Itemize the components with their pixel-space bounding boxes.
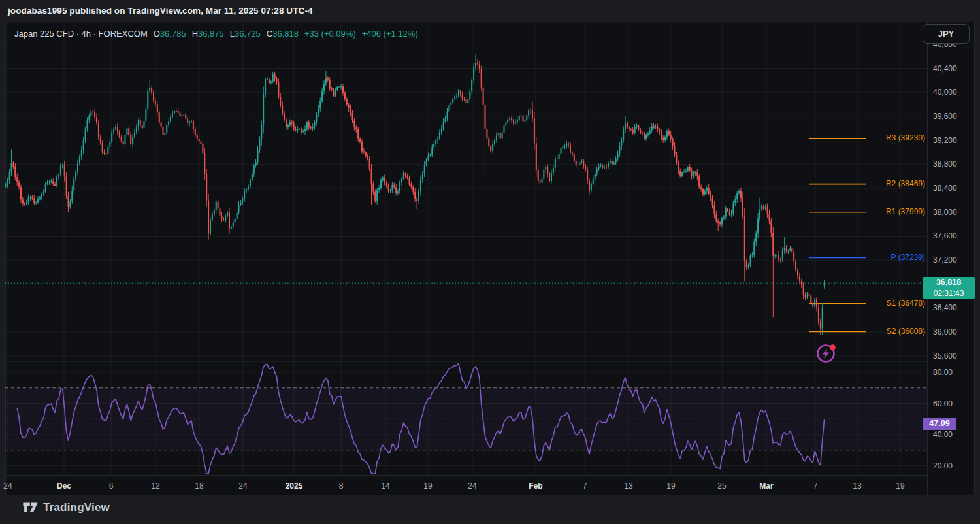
candle-body <box>41 194 42 197</box>
candle-body <box>492 144 493 152</box>
candle-body <box>353 120 355 127</box>
candle-body <box>753 242 755 255</box>
candle-body <box>183 115 184 116</box>
candle-body <box>808 294 809 295</box>
candle-body <box>409 178 410 184</box>
candle-body <box>581 161 582 162</box>
candle-body <box>52 181 54 184</box>
candle-body <box>79 157 80 163</box>
time-tick-19: 19 <box>410 482 446 491</box>
candle-body <box>443 122 444 129</box>
candle-body <box>740 191 742 198</box>
candle-body <box>608 163 609 167</box>
candle-body <box>780 259 781 260</box>
candle-body <box>336 87 338 90</box>
candle-body <box>702 189 704 195</box>
candle-body <box>713 205 715 214</box>
candle-body <box>327 78 329 80</box>
candle-body <box>410 184 412 186</box>
candle-body <box>225 216 226 220</box>
candle-body <box>551 173 552 181</box>
candle-body <box>291 122 293 123</box>
time-tick-24: 24 <box>0 482 26 491</box>
candle-body <box>255 162 257 165</box>
candle-body <box>367 156 368 159</box>
time-tick-dec: Dec <box>46 482 82 491</box>
candle-body <box>24 204 25 205</box>
candle-body <box>553 168 554 173</box>
candle-body <box>789 248 791 250</box>
candle-body <box>60 166 61 175</box>
flash-icon[interactable] <box>815 342 838 364</box>
candle-body <box>538 170 539 181</box>
candle-body <box>822 308 823 329</box>
candle-body <box>610 161 611 163</box>
candle-body <box>704 191 706 194</box>
candle-body <box>248 186 249 189</box>
candle-body <box>452 99 453 103</box>
candle-body <box>661 131 662 138</box>
candle-body <box>399 182 400 191</box>
symbol-title: Japan 225 CFD · 4h · FOREXCOM <box>14 29 148 39</box>
currency-button[interactable]: JPY <box>923 24 970 44</box>
candle-body <box>662 138 664 140</box>
candle-body <box>761 206 762 210</box>
candle-body <box>94 112 95 117</box>
candle-body <box>18 182 20 186</box>
candle-body <box>653 126 655 128</box>
candlestick-chart[interactable] <box>5 22 927 495</box>
price-axis-label: 38,400 <box>933 183 957 193</box>
candle-body <box>505 122 506 125</box>
rsi-axis-label: 60.00 <box>933 399 953 409</box>
candle-body <box>467 99 468 103</box>
candle-body <box>454 97 455 99</box>
candle-body <box>310 127 312 128</box>
candle-body <box>64 165 65 176</box>
candle-body <box>75 172 76 179</box>
candle-body <box>155 101 156 104</box>
candle-body <box>511 118 512 121</box>
candle-body <box>721 218 723 225</box>
candle-body <box>542 179 543 183</box>
symbol-legend: Japan 225 CFD · 4h · FOREXCOM O36,785 H3… <box>14 29 418 39</box>
candle-body <box>784 248 785 250</box>
candle-body <box>466 99 467 103</box>
candle-body <box>323 84 325 91</box>
candle-body <box>600 166 601 167</box>
candle-body <box>376 190 378 201</box>
time-tick-13: 13 <box>610 482 647 491</box>
footer-brand[interactable]: TradingView <box>22 500 110 514</box>
candle-body <box>666 131 668 137</box>
candle-body <box>269 79 270 83</box>
candle-body <box>797 270 798 276</box>
candle-body <box>43 192 44 195</box>
candle-body <box>134 133 135 137</box>
candle-body <box>391 185 393 190</box>
time-tick-7: 7 <box>566 482 603 491</box>
candle-body <box>302 131 304 132</box>
candle-body <box>772 233 774 255</box>
candle-body <box>596 169 598 174</box>
candle-body <box>710 194 711 199</box>
candle-body <box>47 182 48 184</box>
candle-body <box>580 162 581 165</box>
candle-body <box>595 174 596 179</box>
legend-close: C36,818 <box>267 29 299 39</box>
candle-body <box>287 125 289 127</box>
candle-body <box>98 123 99 137</box>
candle-body <box>272 74 274 82</box>
candle-body <box>208 201 209 234</box>
candle-body <box>138 120 139 127</box>
candle-body <box>176 111 177 112</box>
candle-body <box>598 166 600 169</box>
candle-body <box>496 135 497 140</box>
candle-body <box>481 69 482 88</box>
candle-body <box>378 188 380 189</box>
candle-body <box>227 212 228 216</box>
candle-body <box>742 198 743 216</box>
candle-body <box>126 128 127 135</box>
candle-body <box>738 191 740 193</box>
candle-body <box>359 139 361 142</box>
candle-body <box>365 152 367 156</box>
candle-body <box>719 223 721 225</box>
